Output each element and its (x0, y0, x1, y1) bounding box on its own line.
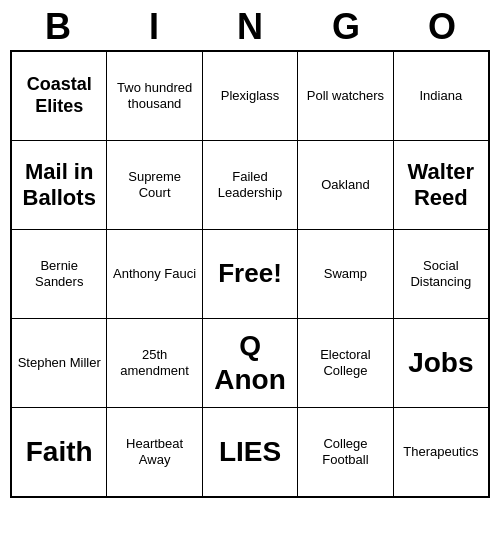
bingo-cell: Oakland (298, 141, 393, 229)
bingo-cell: Q Anon (203, 319, 298, 407)
bingo-row: Stephen Miller25th amendmentQ AnonElecto… (12, 319, 488, 408)
bingo-cell: Free! (203, 230, 298, 318)
bingo-row: Mail in BallotsSupreme CourtFailed Leade… (12, 141, 488, 230)
bingo-cell: Bernie Sanders (12, 230, 107, 318)
bingo-cell: Coastal Elites (12, 52, 107, 140)
bingo-cell: Mail in Ballots (12, 141, 107, 229)
bingo-cell: Two hundred thousand (107, 52, 202, 140)
bingo-row: Bernie SandersAnthony FauciFree!SwampSoc… (12, 230, 488, 319)
bingo-cell: Electoral College (298, 319, 393, 407)
bingo-cell: Failed Leadership (203, 141, 298, 229)
bingo-letter: G (302, 6, 390, 48)
bingo-row: FaithHeartbeat AwayLIESCollege FootballT… (12, 408, 488, 496)
bingo-grid: Coastal ElitesTwo hundred thousandPlexig… (10, 50, 490, 498)
bingo-cell: Stephen Miller (12, 319, 107, 407)
bingo-cell: Plexiglass (203, 52, 298, 140)
bingo-cell: Walter Reed (394, 141, 488, 229)
bingo-letter: O (398, 6, 486, 48)
bingo-cell: Indiana (394, 52, 488, 140)
bingo-cell: LIES (203, 408, 298, 496)
bingo-cell: College Football (298, 408, 393, 496)
bingo-cell: Social Distancing (394, 230, 488, 318)
bingo-letter: B (14, 6, 102, 48)
bingo-cell: Supreme Court (107, 141, 202, 229)
bingo-cell: Heartbeat Away (107, 408, 202, 496)
bingo-cell: Anthony Fauci (107, 230, 202, 318)
bingo-letter: N (206, 6, 294, 48)
bingo-cell: 25th amendment (107, 319, 202, 407)
bingo-cell: Faith (12, 408, 107, 496)
bingo-cell: Therapeutics (394, 408, 488, 496)
bingo-header: BINGO (10, 0, 490, 50)
bingo-cell: Swamp (298, 230, 393, 318)
bingo-cell: Poll watchers (298, 52, 393, 140)
bingo-letter: I (110, 6, 198, 48)
bingo-row: Coastal ElitesTwo hundred thousandPlexig… (12, 52, 488, 141)
bingo-cell: Jobs (394, 319, 488, 407)
